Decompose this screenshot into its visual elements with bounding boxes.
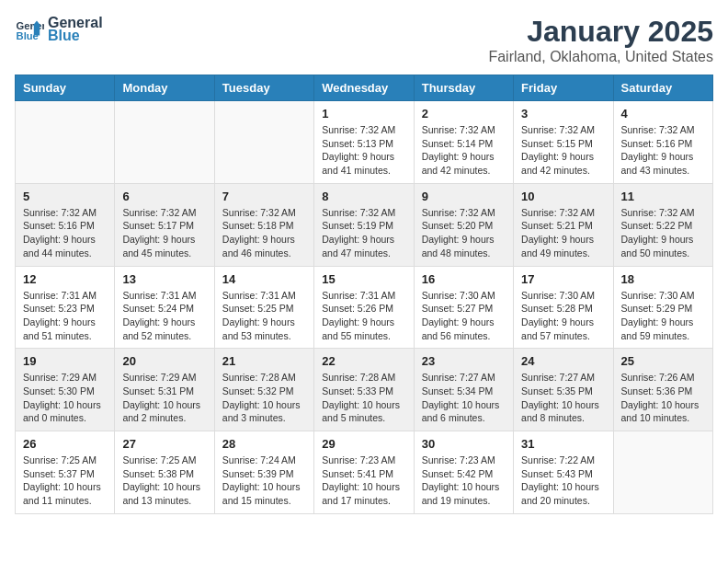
calendar-cell: 2Sunrise: 7:32 AMSunset: 5:14 PMDaylight… xyxy=(414,101,513,184)
day-info: Sunrise: 7:29 AMSunset: 5:31 PMDaylight:… xyxy=(122,371,206,425)
day-number: 16 xyxy=(422,272,506,286)
day-info: Sunrise: 7:32 AMSunset: 5:19 PMDaylight:… xyxy=(322,206,405,260)
day-number: 10 xyxy=(521,190,605,203)
day-number: 13 xyxy=(122,272,206,286)
day-number: 3 xyxy=(521,107,605,121)
day-number: 7 xyxy=(222,190,306,203)
calendar-cell: 15Sunrise: 7:31 AMSunset: 5:26 PMDayligh… xyxy=(314,266,414,349)
logo-blue: Blue xyxy=(48,28,103,44)
calendar-week-row: 26Sunrise: 7:25 AMSunset: 5:37 PMDayligh… xyxy=(16,431,713,514)
calendar-week-row: 1Sunrise: 7:32 AMSunset: 5:13 PMDaylight… xyxy=(16,101,713,184)
calendar-cell: 22Sunrise: 7:28 AMSunset: 5:33 PMDayligh… xyxy=(314,349,414,431)
day-info: Sunrise: 7:27 AMSunset: 5:34 PMDaylight:… xyxy=(422,371,506,425)
day-number: 24 xyxy=(521,354,605,368)
calendar-cell: 11Sunrise: 7:32 AMSunset: 5:22 PMDayligh… xyxy=(613,183,712,266)
day-info: Sunrise: 7:23 AMSunset: 5:41 PMDaylight:… xyxy=(322,454,405,508)
day-number: 17 xyxy=(521,272,605,286)
calendar-cell: 25Sunrise: 7:26 AMSunset: 5:36 PMDayligh… xyxy=(613,349,712,431)
day-number: 28 xyxy=(222,437,306,451)
calendar-cell: 27Sunrise: 7:25 AMSunset: 5:38 PMDayligh… xyxy=(115,431,214,514)
calendar-header-row: SundayMondayTuesdayWednesdayThursdayFrid… xyxy=(16,75,713,101)
day-info: Sunrise: 7:32 AMSunset: 5:13 PMDaylight:… xyxy=(322,123,405,178)
day-info: Sunrise: 7:32 AMSunset: 5:15 PMDaylight:… xyxy=(521,123,605,178)
day-number: 6 xyxy=(122,190,206,203)
logo: General Blue General Blue xyxy=(15,15,103,44)
day-info: Sunrise: 7:31 AMSunset: 5:26 PMDaylight:… xyxy=(322,289,405,343)
day-number: 21 xyxy=(222,354,306,368)
calendar-cell: 31Sunrise: 7:22 AMSunset: 5:43 PMDayligh… xyxy=(514,431,613,514)
day-number: 31 xyxy=(521,437,605,451)
calendar-cell: 19Sunrise: 7:29 AMSunset: 5:30 PMDayligh… xyxy=(16,349,115,431)
weekday-header: Friday xyxy=(514,75,613,101)
calendar-cell: 12Sunrise: 7:31 AMSunset: 5:23 PMDayligh… xyxy=(16,266,115,349)
calendar-cell: 5Sunrise: 7:32 AMSunset: 5:16 PMDaylight… xyxy=(16,183,115,266)
calendar: SundayMondayTuesdayWednesdayThursdayFrid… xyxy=(15,75,713,514)
day-info: Sunrise: 7:32 AMSunset: 5:21 PMDaylight:… xyxy=(521,206,605,260)
logo-icon: General Blue xyxy=(15,15,44,44)
calendar-cell xyxy=(115,101,214,184)
day-info: Sunrise: 7:24 AMSunset: 5:39 PMDaylight:… xyxy=(222,454,306,508)
calendar-cell: 16Sunrise: 7:30 AMSunset: 5:27 PMDayligh… xyxy=(414,266,513,349)
svg-text:General: General xyxy=(17,20,44,31)
calendar-week-row: 12Sunrise: 7:31 AMSunset: 5:23 PMDayligh… xyxy=(16,266,713,349)
day-number: 1 xyxy=(322,107,405,121)
day-number: 20 xyxy=(122,354,206,368)
day-info: Sunrise: 7:26 AMSunset: 5:36 PMDaylight:… xyxy=(621,371,705,425)
calendar-cell: 24Sunrise: 7:27 AMSunset: 5:35 PMDayligh… xyxy=(514,349,613,431)
day-info: Sunrise: 7:25 AMSunset: 5:37 PMDaylight:… xyxy=(23,454,107,508)
month-title: January 2025 xyxy=(488,15,713,49)
calendar-cell: 6Sunrise: 7:32 AMSunset: 5:17 PMDaylight… xyxy=(115,183,214,266)
calendar-cell: 30Sunrise: 7:23 AMSunset: 5:42 PMDayligh… xyxy=(414,431,513,514)
day-number: 29 xyxy=(322,437,405,451)
day-info: Sunrise: 7:32 AMSunset: 5:16 PMDaylight:… xyxy=(23,206,107,260)
calendar-cell: 7Sunrise: 7:32 AMSunset: 5:18 PMDaylight… xyxy=(214,183,313,266)
day-info: Sunrise: 7:30 AMSunset: 5:28 PMDaylight:… xyxy=(521,289,605,343)
day-number: 14 xyxy=(222,272,306,286)
day-number: 9 xyxy=(422,190,506,203)
day-number: 26 xyxy=(23,437,107,451)
calendar-cell: 9Sunrise: 7:32 AMSunset: 5:20 PMDaylight… xyxy=(414,183,513,266)
day-number: 2 xyxy=(422,107,506,121)
day-number: 19 xyxy=(23,354,107,368)
calendar-cell: 26Sunrise: 7:25 AMSunset: 5:37 PMDayligh… xyxy=(16,431,115,514)
calendar-cell: 13Sunrise: 7:31 AMSunset: 5:24 PMDayligh… xyxy=(115,266,214,349)
day-info: Sunrise: 7:30 AMSunset: 5:29 PMDaylight:… xyxy=(621,289,705,343)
calendar-cell: 20Sunrise: 7:29 AMSunset: 5:31 PMDayligh… xyxy=(115,349,214,431)
calendar-cell: 17Sunrise: 7:30 AMSunset: 5:28 PMDayligh… xyxy=(514,266,613,349)
day-info: Sunrise: 7:30 AMSunset: 5:27 PMDaylight:… xyxy=(422,289,506,343)
calendar-cell xyxy=(214,101,313,184)
calendar-week-row: 19Sunrise: 7:29 AMSunset: 5:30 PMDayligh… xyxy=(16,349,713,431)
day-info: Sunrise: 7:22 AMSunset: 5:43 PMDaylight:… xyxy=(521,454,605,508)
day-info: Sunrise: 7:32 AMSunset: 5:20 PMDaylight:… xyxy=(422,206,506,260)
calendar-cell: 4Sunrise: 7:32 AMSunset: 5:16 PMDaylight… xyxy=(613,101,712,184)
calendar-cell: 28Sunrise: 7:24 AMSunset: 5:39 PMDayligh… xyxy=(214,431,313,514)
day-info: Sunrise: 7:31 AMSunset: 5:24 PMDaylight:… xyxy=(122,289,206,343)
day-info: Sunrise: 7:32 AMSunset: 5:14 PMDaylight:… xyxy=(422,123,506,178)
weekday-header: Monday xyxy=(115,75,214,101)
day-number: 15 xyxy=(322,272,405,286)
day-number: 22 xyxy=(322,354,405,368)
day-number: 25 xyxy=(621,354,705,368)
day-number: 8 xyxy=(322,190,405,203)
calendar-week-row: 5Sunrise: 7:32 AMSunset: 5:16 PMDaylight… xyxy=(16,183,713,266)
title-area: January 2025 Fairland, Oklahoma, United … xyxy=(488,15,713,65)
calendar-cell: 18Sunrise: 7:30 AMSunset: 5:29 PMDayligh… xyxy=(613,266,712,349)
weekday-header: Thursday xyxy=(414,75,513,101)
day-number: 12 xyxy=(23,272,107,286)
day-info: Sunrise: 7:31 AMSunset: 5:23 PMDaylight:… xyxy=(23,289,107,343)
day-number: 5 xyxy=(23,190,107,203)
day-number: 11 xyxy=(621,190,705,203)
location-title: Fairland, Oklahoma, United States xyxy=(488,49,713,65)
day-info: Sunrise: 7:31 AMSunset: 5:25 PMDaylight:… xyxy=(222,289,306,343)
calendar-cell: 8Sunrise: 7:32 AMSunset: 5:19 PMDaylight… xyxy=(314,183,414,266)
weekday-header: Tuesday xyxy=(214,75,313,101)
calendar-cell: 1Sunrise: 7:32 AMSunset: 5:13 PMDaylight… xyxy=(314,101,414,184)
header: General Blue General Blue January 2025 F… xyxy=(15,15,713,65)
day-info: Sunrise: 7:23 AMSunset: 5:42 PMDaylight:… xyxy=(422,454,506,508)
calendar-cell: 23Sunrise: 7:27 AMSunset: 5:34 PMDayligh… xyxy=(414,349,513,431)
day-info: Sunrise: 7:28 AMSunset: 5:32 PMDaylight:… xyxy=(222,371,306,425)
calendar-cell: 29Sunrise: 7:23 AMSunset: 5:41 PMDayligh… xyxy=(314,431,414,514)
day-info: Sunrise: 7:28 AMSunset: 5:33 PMDaylight:… xyxy=(322,371,405,425)
day-info: Sunrise: 7:27 AMSunset: 5:35 PMDaylight:… xyxy=(521,371,605,425)
calendar-body: 1Sunrise: 7:32 AMSunset: 5:13 PMDaylight… xyxy=(16,101,713,514)
